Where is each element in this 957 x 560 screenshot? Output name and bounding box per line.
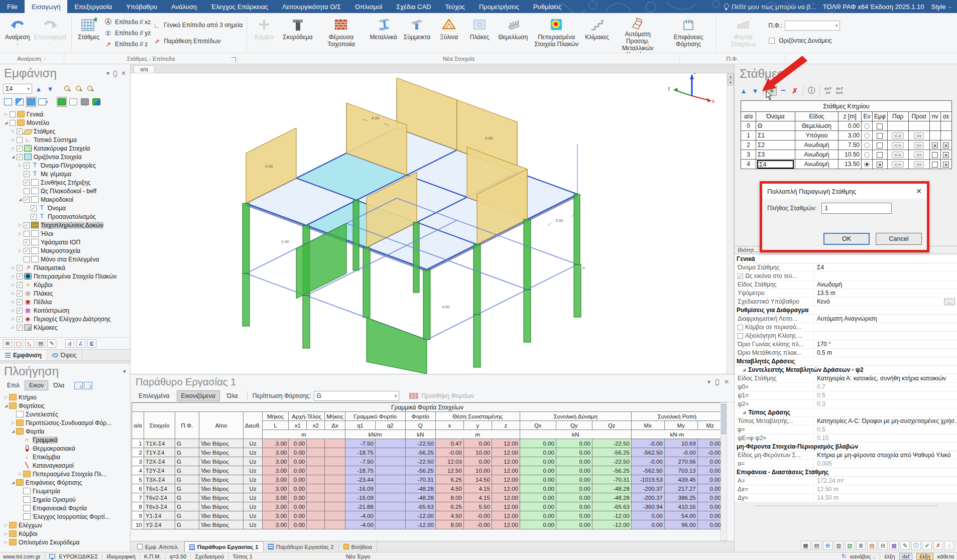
nv-checkbox[interactable]: ✕: [932, 143, 938, 149]
property-row[interactable]: Όριο Μετάθεσης πλακ...0.5 m: [735, 349, 957, 357]
move-level-down-button[interactable]: ▼: [750, 86, 760, 96]
tree-item[interactable]: ▷✓Στάθμες: [1, 127, 130, 135]
level-show-checkbox[interactable]: ✕: [877, 162, 883, 168]
tree-checkbox[interactable]: ✓: [17, 299, 23, 305]
par-button[interactable]: <->: [892, 161, 904, 168]
property-value[interactable]: 12.50 m: [814, 485, 957, 493]
tree-checkbox[interactable]: [10, 111, 16, 117]
tree-checkbox[interactable]: ✓: [17, 265, 23, 271]
tree-item[interactable]: Συντελεστές: [1, 410, 130, 418]
tree-item[interactable]: ▷✓Μακροστοιχεία: [1, 246, 130, 255]
tree-item[interactable]: ▷✓Πεπερασμένα Στοιχεία Πλακών: [1, 272, 130, 281]
tree-checkbox[interactable]: [24, 188, 30, 194]
level-enable-radio[interactable]: [864, 143, 870, 148]
twisty-icon[interactable]: ◢: [10, 429, 16, 434]
model-outline-button[interactable]: [68, 97, 78, 107]
property-value[interactable]: 170 °: [814, 340, 957, 348]
tree-checkbox[interactable]: ✓: [24, 222, 30, 228]
filter-all[interactable]: Όλα: [223, 391, 242, 401]
model-viewport[interactable]: 4.004.00 4.003.00 1.004.00 α: [131, 73, 734, 374]
tree-item[interactable]: ▷✓Τοιχοπληρώσεις Δοκών: [1, 221, 130, 229]
scroll-up-icon[interactable]: ▲: [728, 74, 734, 79]
twisty-icon[interactable]: ▷: [10, 283, 16, 287]
nv-checkbox[interactable]: [932, 152, 938, 158]
tab-views[interactable]: Όψεις: [47, 350, 82, 360]
level-name[interactable]: Σ2: [756, 141, 795, 150]
tree-item[interactable]: Γεωμετρία: [1, 487, 130, 495]
par-button[interactable]: <->: [892, 132, 904, 139]
tree-checkbox[interactable]: ✓: [31, 214, 37, 220]
property-value[interactable]: 14.50 m: [814, 494, 957, 502]
tree-item[interactable]: ▷✓Κατακόρυφα Στοιχεία: [1, 144, 130, 153]
tree-item[interactable]: ◢✓Μακροδοκοί: [1, 195, 130, 204]
tab-Παράθυρο Εργασίας 2[interactable]: Παράθυρο Εργασίας 2: [264, 541, 339, 552]
tree-item[interactable]: Σημεία Ορισμού: [1, 495, 130, 504]
level-enable-radio[interactable]: [864, 123, 870, 129]
property-row[interactable]: ψΕ=φ·ψ2=0.15: [735, 434, 957, 443]
delete-level-button[interactable]: ✗: [790, 86, 800, 96]
twisty-icon[interactable]: ▷: [10, 325, 16, 330]
ribbon-button-concrete[interactable]: Σκυρόδεμα: [281, 15, 314, 51]
property-row[interactable]: Όνομα ΣτάθμηςΣ4: [735, 263, 957, 272]
section-view-button[interactable]: ▾: [38, 97, 49, 107]
panel-tool-icon-10[interactable]: ⓘ: [911, 541, 921, 550]
loads-scrollbar[interactable]: [721, 402, 727, 541]
level-elevation[interactable]: 13.50: [839, 160, 862, 169]
level-up-button[interactable]: ▲: [34, 84, 44, 94]
pin-icon[interactable]: [113, 71, 117, 76]
property-row[interactable]: Είδος ΣτάθμηςΑνωδομή: [735, 281, 957, 289]
tree-item[interactable]: ▷✓▣Πέδιλα: [1, 298, 130, 306]
panel-tool-icon-12[interactable]: ✗: [933, 541, 943, 550]
property-value[interactable]: 0.005: [814, 460, 957, 468]
menu-item-Σχέδια CAD[interactable]: Σχέδια CAD: [389, 0, 438, 13]
property-value[interactable]: Κενό: [814, 298, 944, 306]
nv-checkbox[interactable]: [932, 162, 938, 168]
menu-item-Τεύχος[interactable]: Τεύχος: [438, 0, 471, 13]
dimension-icon[interactable]: d: [65, 339, 74, 348]
menu-item-Οπλισμοί[interactable]: Οπλισμοί: [348, 0, 389, 13]
level-name[interactable]: Σ3: [756, 150, 795, 160]
close-icon[interactable]: ✕: [916, 187, 922, 195]
tree-checkbox[interactable]: ✓: [24, 171, 30, 177]
level-show-checkbox[interactable]: [877, 152, 883, 158]
level-name-selected[interactable]: Σ4: [757, 160, 794, 169]
property-row[interactable]: Σχεδιαστικό ΥπόβαθροΚενό...: [735, 298, 957, 306]
twisty-icon[interactable]: ◢: [3, 403, 9, 408]
tree-item[interactable]: ╲Καταναγκασμοί: [1, 461, 130, 470]
property-row[interactable]: φ=0.5: [735, 426, 957, 434]
property-subsection[interactable]: ◢Τύπος Δράσης: [735, 408, 957, 417]
twisty-icon[interactable]: ▷: [10, 146, 16, 151]
property-checkbox[interactable]: [738, 325, 743, 330]
viewport-tab[interactable]: α/α: [134, 65, 155, 73]
panel-resize-handle[interactable]: [755, 505, 937, 509]
panel-tool-icon-13[interactable]: ⌂: [944, 541, 954, 550]
filter-shown[interactable]: Εικονιζόμενα: [177, 390, 220, 401]
tree-item[interactable]: ◢Επιφάνειες Φόρτισης: [1, 478, 130, 487]
angle-icon[interactable]: ∠: [76, 339, 85, 348]
level-elevation[interactable]: 10.50: [839, 150, 862, 160]
horizontal-forces-checkbox[interactable]: [769, 38, 775, 44]
panel-tool-icon-2[interactable]: ⊞: [823, 541, 832, 550]
plane-xz-button[interactable]: ⒶΕπίπεδο // xz: [104, 17, 151, 27]
twisty-icon[interactable]: ▷: [10, 300, 16, 304]
tree-checkbox[interactable]: ✓: [24, 197, 30, 203]
level-kind[interactable]: Υπόγειο: [795, 131, 839, 141]
hidden-line-view-button[interactable]: [15, 97, 25, 107]
ellipsis-button[interactable]: ...: [944, 299, 955, 305]
close-icon[interactable]: ✕: [724, 378, 729, 385]
undo-button[interactable]: Αναίρεση ⌄: [3, 15, 32, 51]
levels-button[interactable]: Στάθμες: [75, 15, 103, 51]
viewport-scrollbar[interactable]: ▲ ▼: [727, 73, 734, 374]
tree-item[interactable]: Μόνο στα Επιλεγμένα: [1, 255, 130, 263]
dxf-out-button[interactable]: dxfout: [834, 86, 845, 96]
property-value[interactable]: Αυτόματη Αναγνώριση: [814, 315, 957, 323]
tree-item[interactable]: ▷Ήλοι: [1, 229, 130, 238]
tree-item[interactable]: ▷✓◉Περιοχές Ελέγχου Διάτρησης: [1, 315, 130, 323]
tree-item[interactable]: ▷Ελέγχων: [1, 521, 130, 529]
level-elevation[interactable]: 0.00: [839, 121, 862, 131]
ribbon-button-loadsurf[interactable]: Επιφάνειες Φόρτισης: [664, 15, 712, 51]
level-enable-radio[interactable]: [864, 152, 870, 158]
general-plane-button[interactable]: ∟Γενικό Επίπεδο από 3 σημεία: [153, 20, 243, 30]
select-add-icon[interactable]: ⊞: [3, 339, 12, 348]
twisty-icon[interactable]: ▷: [10, 421, 16, 425]
